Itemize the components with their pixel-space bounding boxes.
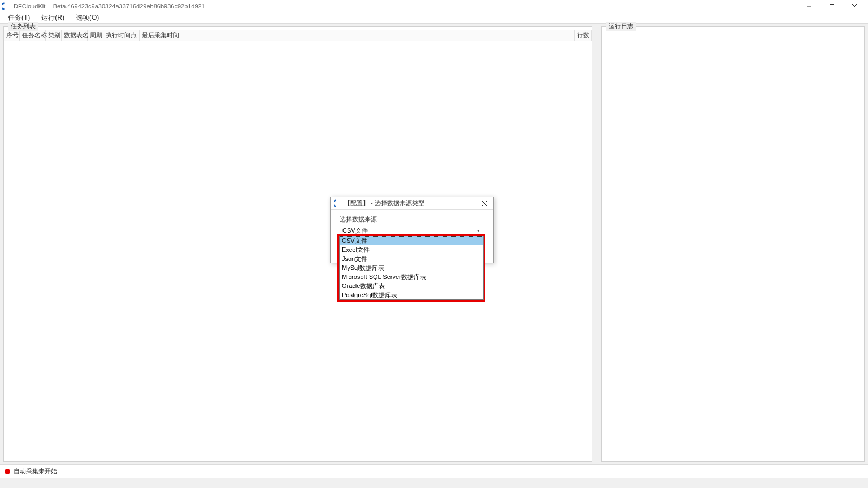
column-exec-time[interactable]: 执行时间点 xyxy=(103,30,140,41)
datasource-label: 选择数据来源 xyxy=(340,215,484,224)
run-log-panel: 运行日志 xyxy=(601,26,865,462)
column-rows[interactable]: 行数 xyxy=(575,30,592,41)
app-icon xyxy=(2,2,10,10)
dropdown-option[interactable]: Json文件 xyxy=(340,254,483,263)
minimize-button[interactable] xyxy=(798,0,821,12)
dropdown-option[interactable]: CSV文件 xyxy=(340,236,483,245)
menu-run[interactable]: 运行(R) xyxy=(36,12,70,24)
dropdown-option[interactable]: MySql数据库表 xyxy=(340,263,483,272)
dialog-close-button[interactable] xyxy=(476,198,492,209)
statusbar: 自动采集未开始. xyxy=(0,464,868,478)
run-log-panel-title: 运行日志 xyxy=(606,22,636,30)
dropdown-option[interactable]: Microsoft SQL Server数据库表 xyxy=(340,272,483,281)
close-button[interactable] xyxy=(843,0,866,12)
window-titlebar: DFCloudKit -- Beta.469423c9a30324a33716d… xyxy=(0,0,868,12)
column-last-collect[interactable]: 最后采集时间 xyxy=(140,30,575,41)
menubar: 任务(T) 运行(R) 选项(O) xyxy=(0,12,868,24)
svg-rect-1 xyxy=(830,4,834,8)
dropdown-option[interactable]: PostgreSql数据库表 xyxy=(340,290,483,299)
task-list-panel-title: 任务列表 xyxy=(8,22,38,30)
maximize-button[interactable] xyxy=(821,0,843,12)
column-category[interactable]: 类别 xyxy=(46,30,62,41)
dialog-titlebar[interactable]: 【配置】 - 选择数据来源类型 xyxy=(331,197,493,210)
status-indicator-icon xyxy=(5,469,10,474)
task-table-header: 序号 任务名称 类别 数据表名 周期 执行时间点 最后采集时间 行数 xyxy=(4,30,592,41)
chevron-down-icon: ▾ xyxy=(475,227,481,234)
task-list-panel: 任务列表 序号 任务名称 类别 数据表名 周期 执行时间点 最后采集时间 行数 xyxy=(3,26,592,462)
dialog-title: 【配置】 - 选择数据来源类型 xyxy=(344,199,424,207)
dropdown-highlight-box: CSV文件 Excel文件 Json文件 MySql数据库表 Microsoft… xyxy=(337,234,485,302)
column-task-name[interactable]: 任务名称 xyxy=(20,30,46,41)
window-controls xyxy=(798,0,866,12)
menu-options[interactable]: 选项(O) xyxy=(70,12,105,24)
task-table-body[interactable] xyxy=(4,41,592,461)
dialog-icon xyxy=(334,199,342,207)
column-table-name[interactable]: 数据表名 xyxy=(62,30,88,41)
column-cycle[interactable]: 周期 xyxy=(88,30,103,41)
dropdown-option[interactable]: Oracle数据库表 xyxy=(340,281,483,290)
window-title: DFCloudKit -- Beta.469423c9a30324a33716d… xyxy=(14,3,205,10)
dropdown-option[interactable]: Excel文件 xyxy=(340,245,483,254)
status-text: 自动采集未开始. xyxy=(14,467,59,476)
datasource-dropdown-list[interactable]: CSV文件 Excel文件 Json文件 MySql数据库表 Microsoft… xyxy=(339,236,484,300)
column-seq[interactable]: 序号 xyxy=(4,30,20,41)
